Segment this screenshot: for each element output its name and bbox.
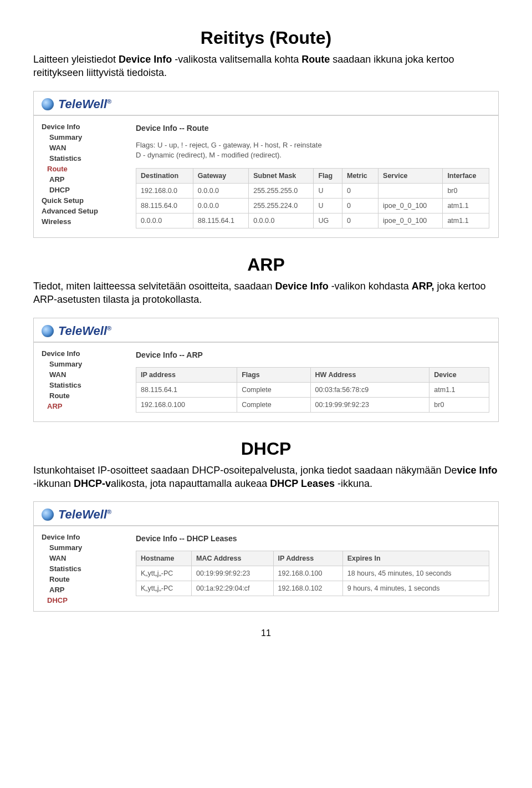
logo-row: TeleWell® xyxy=(34,318,498,343)
screenshot-arp: TeleWell® Device InfoSummaryWANStatistic… xyxy=(33,318,499,422)
cell: Complete xyxy=(237,397,310,412)
cell: K„ytt„j„-PC xyxy=(136,581,192,596)
col-header: Interface xyxy=(443,168,489,183)
table-row: K„ytt„j„-PC00:19:99:9f:92:23192.168.0.10… xyxy=(136,566,489,581)
globe-icon xyxy=(42,509,54,521)
arp-table: IP addressFlagsHW AddressDevice88.115.64… xyxy=(136,367,489,413)
content-title: Device Info -- Route xyxy=(136,124,489,133)
sidebar-item-label: ARP xyxy=(47,402,62,410)
cell: 192.168.0.100 xyxy=(136,397,237,412)
table-row: K„ytt„j„-PC00:1a:92:29:04:cf192.168.0.10… xyxy=(136,581,489,596)
cell: 00:1a:92:29:04:cf xyxy=(191,581,273,596)
table-row: 88.115.64.1Complete00:03:fa:56:78:c9atm1… xyxy=(136,382,489,397)
section-title-route: Reititys (Route) xyxy=(33,28,499,48)
cell: 0 xyxy=(342,183,378,198)
col-header: IP address xyxy=(136,367,237,382)
content-title: Device Info -- ARP xyxy=(136,350,489,359)
t: Device Info xyxy=(275,281,329,292)
sidebar-item-wan: WAN xyxy=(42,369,119,380)
cell: atm1.1 xyxy=(429,382,489,397)
section-title-arp: ARP xyxy=(33,255,499,275)
cell: ipoe_0_0_100 xyxy=(378,198,443,213)
cell: 0.0.0.0 xyxy=(249,213,314,228)
cell: atm1.1 xyxy=(443,198,489,213)
sidebar-item-device-info: Device Info xyxy=(42,532,119,542)
col-header: Flags xyxy=(237,367,310,382)
col-header: Metric xyxy=(342,168,378,183)
cell: 9 hours, 4 minutes, 1 seconds xyxy=(342,581,489,596)
col-header: Device xyxy=(429,367,489,382)
logo-row: TeleWell® xyxy=(34,502,498,526)
cell: 0.0.0.0 xyxy=(193,198,248,213)
sidebar-item-advanced-setup: Advanced Setup xyxy=(42,206,119,216)
t: Device Info xyxy=(119,54,172,65)
sidebar-nav: Device InfoSummaryWANStatisticsRouteARPD… xyxy=(34,116,127,232)
brand-logo: TeleWell® xyxy=(58,97,111,111)
cell: 192.168.0.102 xyxy=(273,581,342,596)
cell: 00:03:fa:56:78:c9 xyxy=(310,382,429,397)
brand-logo: TeleWell® xyxy=(58,507,111,522)
t: D - dynamic (redirect), M - modified (re… xyxy=(136,150,489,160)
table-row: 0.0.0.088.115.64.10.0.0.0UG0ipoe_0_0_100… xyxy=(136,213,489,228)
table-row: 192.168.0.100Complete00:19:99:9f:92:23br… xyxy=(136,397,489,412)
cell: 88.115.64.1 xyxy=(193,213,248,228)
sidebar-nav: Device InfoSummaryWANStatisticsRouteARPD… xyxy=(34,526,127,611)
t: -valikon kohdasta xyxy=(329,281,412,292)
t: Laitteen yleistiedot xyxy=(33,54,119,65)
para-arp: Tiedot, miten laitteessa selvitetään oso… xyxy=(33,279,499,307)
cell: 88.115.64.1 xyxy=(136,382,237,397)
col-header: IP Address xyxy=(273,551,342,566)
cell: K„ytt„j„-PC xyxy=(136,566,192,581)
logo-row: TeleWell® xyxy=(34,91,498,116)
col-header: Expires In xyxy=(342,551,489,566)
cell: U xyxy=(314,198,342,213)
table-row: 88.115.64.00.0.0.0255.255.224.0U0ipoe_0_… xyxy=(136,198,489,213)
para-route: Laitteen yleistiedot Device Info -valiko… xyxy=(33,53,499,80)
t: Istunkohtaiset IP-osoitteet saadaan DHCP… xyxy=(33,465,457,476)
t: ARP, xyxy=(412,281,434,292)
screenshot-route: TeleWell® Device InfoSummaryWANStatistic… xyxy=(33,91,499,238)
col-header: HW Address xyxy=(310,367,429,382)
t: Flags: U - up, ! - reject, G - gateway, … xyxy=(136,140,489,150)
cell: 0 xyxy=(342,213,378,228)
table-row: 192.168.0.00.0.0.0255.255.255.0U0br0 xyxy=(136,183,489,198)
sidebar-item-statistics: Statistics xyxy=(42,563,119,574)
cell: 18 hours, 45 minutes, 10 seconds xyxy=(342,566,489,581)
sidebar-item-wan: WAN xyxy=(42,553,119,563)
col-header: Flag xyxy=(314,168,342,183)
flags-legend: Flags: U - up, ! - reject, G - gateway, … xyxy=(136,140,489,160)
cell: 192.168.0.100 xyxy=(273,566,342,581)
t: Tiedot, miten laitteessa selvitetään oso… xyxy=(33,281,275,292)
t: -ikkunan xyxy=(33,478,74,489)
sidebar-item-statistics: Statistics xyxy=(42,153,119,164)
sidebar-item-dhcp: DHCP xyxy=(42,595,119,606)
content-area: Device Info -- Route Flags: U - up, ! - … xyxy=(127,116,498,237)
sidebar-nav: Device InfoSummaryWANStatisticsRouteARP xyxy=(34,343,127,417)
col-header: Gateway xyxy=(193,168,248,183)
cell xyxy=(378,183,443,198)
sidebar-item-summary: Summary xyxy=(42,132,119,143)
content-title: Device Info -- DHCP Leases xyxy=(136,534,489,543)
t: -valikosta valitsemalla kohta xyxy=(172,54,301,65)
sidebar-item-summary: Summary xyxy=(42,542,119,553)
cell: 255.255.224.0 xyxy=(249,198,314,213)
cell: 0.0.0.0 xyxy=(193,183,248,198)
t: Route xyxy=(301,54,330,65)
content-area: Device Info -- ARP IP addressFlagsHW Add… xyxy=(127,343,498,421)
sidebar-item-quick-setup: Quick Setup xyxy=(42,195,119,206)
dhcp-table: HostnameMAC AddressIP AddressExpires InK… xyxy=(136,551,489,596)
cell: Complete xyxy=(237,382,310,397)
brand-logo: TeleWell® xyxy=(58,324,111,338)
cell: br0 xyxy=(429,397,489,412)
sidebar-item-route: Route xyxy=(42,164,119,174)
cell: 00:19:99:9f:92:23 xyxy=(310,397,429,412)
col-header: Destination xyxy=(136,168,193,183)
cell: 0 xyxy=(342,198,378,213)
sidebar-item-dhcp: DHCP xyxy=(42,185,119,195)
sidebar-item-route: Route xyxy=(42,574,119,584)
route-table: DestinationGatewaySubnet MaskFlagMetricS… xyxy=(136,168,489,228)
sidebar-item-device-info: Device Info xyxy=(42,121,119,132)
t: DHCP Leases xyxy=(270,478,335,489)
sidebar-item-arp: ARP xyxy=(42,174,119,185)
sidebar-item-wan: WAN xyxy=(42,143,119,153)
